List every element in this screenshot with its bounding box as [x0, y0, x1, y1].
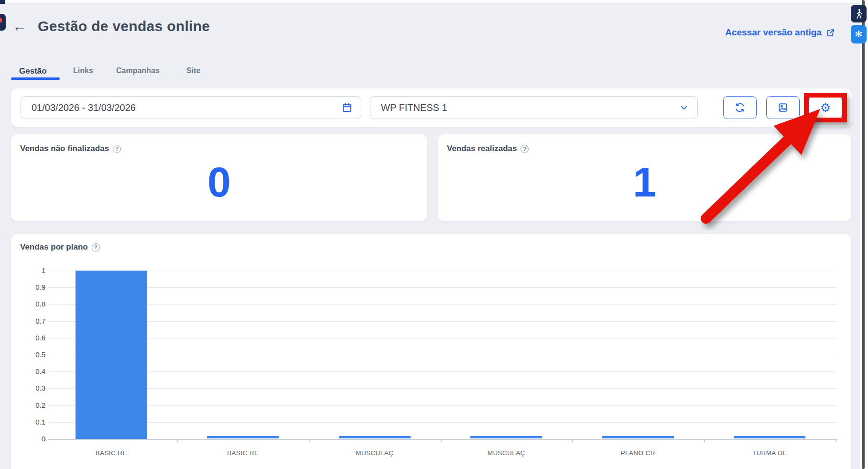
scrollbar-thumb[interactable]	[862, 0, 865, 469]
x-axis-category-label: BASIC RE	[177, 449, 309, 457]
side-drawer-tab[interactable]	[0, 14, 6, 31]
bar-turma-de	[734, 436, 805, 438]
x-axis-tick	[177, 439, 178, 442]
gridline	[48, 321, 837, 322]
back-button[interactable]: ←	[12, 19, 27, 33]
settings-button[interactable]: ⚙	[809, 96, 842, 119]
y-axis-tick-label: 0.8	[18, 300, 45, 308]
y-axis-tick-label: 0.5	[18, 350, 45, 359]
gridline	[48, 422, 837, 423]
x-axis-baseline	[48, 439, 837, 440]
external-link-icon	[826, 28, 835, 37]
y-axis-tick-label: 0.2	[18, 401, 45, 409]
refresh-icon	[735, 102, 745, 113]
gear-icon: ⚙	[820, 102, 831, 114]
bar-basic-re	[207, 436, 279, 438]
corner-chip	[0, 0, 5, 4]
help-icon[interactable]: ?	[521, 145, 529, 153]
legacy-version-link-label: Acessar versão antiga	[725, 27, 822, 38]
y-axis-tick-label: 0.4	[18, 367, 45, 375]
chevron-down-icon	[679, 103, 689, 112]
date-range-input[interactable]: 01/03/2026 - 31/03/2026	[21, 96, 361, 119]
y-axis-tick-label: 0.9	[18, 283, 45, 291]
x-axis-tick	[309, 439, 310, 442]
x-axis-tick	[45, 439, 46, 442]
bar-musculaç	[470, 436, 542, 438]
x-axis-category-label: MUSCULAÇ	[309, 449, 441, 457]
legacy-version-link[interactable]: Acessar versão antiga	[725, 27, 835, 38]
y-axis-tick-label: 0.3	[18, 384, 45, 392]
toolbar: 01/03/2026 - 31/03/2026 WP FITNESS 1	[11, 88, 852, 127]
x-axis-category-label: BASIC RE	[45, 449, 177, 457]
tab-campanhas[interactable]: Campanhas	[116, 66, 160, 75]
y-axis-tick-label: 0.6	[18, 334, 45, 342]
x-axis-tick	[835, 439, 836, 442]
gridline	[48, 271, 837, 271]
gridline	[48, 338, 837, 338]
bar-plano-cr	[602, 436, 674, 438]
gridline	[48, 304, 837, 305]
tab-site[interactable]: Site	[186, 66, 200, 75]
y-axis-tick-label: 0.7	[18, 317, 45, 325]
accessibility-widget-button[interactable]	[851, 5, 867, 22]
x-axis-category-label: PLANO CR	[572, 449, 704, 457]
unit-select-value: WP FITNESS 1	[370, 102, 679, 113]
bar-chart: 10.90.80.70.60.50.40.30.20.10BASIC REBAS…	[11, 234, 851, 469]
x-axis-category-label: TURMA DE	[704, 449, 835, 457]
gridline	[48, 355, 837, 355]
gridline	[48, 388, 837, 389]
x-axis-category-label: MUSCULAÇ	[440, 449, 572, 457]
stat-label: Vendas realizadas	[447, 144, 517, 153]
tab-gestao[interactable]: Gestão	[19, 66, 47, 76]
swirl-logo-icon: ✻	[855, 29, 863, 40]
calendar-icon	[342, 102, 352, 113]
image-button[interactable]	[766, 96, 800, 119]
bar-musculaç	[339, 436, 411, 438]
gridline	[48, 371, 837, 372]
x-axis-tick	[441, 439, 442, 442]
chat-widget-button[interactable]: ✻	[851, 25, 867, 44]
unit-select[interactable]: WP FITNESS 1	[370, 96, 698, 119]
tab-links[interactable]: Links	[73, 66, 93, 75]
stat-label: Vendas não finalizadas	[20, 144, 109, 153]
y-axis-tick-label: 0	[18, 435, 45, 443]
page-title: Gestão de vendas online	[38, 18, 210, 34]
y-axis-tick-label: 1	[18, 266, 45, 274]
gridline	[48, 287, 837, 288]
stat-value-completed: 1	[438, 161, 851, 203]
sales-management-page: ← Gestão de vendas online Acessar versão…	[0, 0, 868, 469]
help-icon[interactable]: ?	[113, 145, 121, 153]
date-range-value: 01/03/2026 - 31/03/2026	[21, 102, 342, 113]
gridline	[48, 405, 837, 406]
active-tab-underline	[11, 77, 60, 80]
bar-basic-re	[76, 271, 147, 439]
top-strip	[0, 0, 868, 4]
stat-card-unfinished-sales: Vendas não finalizadas ? 0	[11, 134, 427, 221]
stat-value-unfinished: 0	[11, 161, 427, 203]
refresh-button[interactable]	[723, 96, 757, 119]
walking-person-icon	[854, 9, 864, 19]
stat-card-completed-sales: Vendas realizadas ? 1	[438, 134, 851, 221]
image-icon	[778, 102, 788, 113]
sales-by-plan-card: Vendas por plano ? 10.90.80.70.60.50.40.…	[11, 234, 851, 469]
x-axis-tick	[572, 439, 573, 442]
drawer-tab-notch	[0, 18, 2, 22]
x-axis-tick	[704, 439, 705, 442]
y-axis-tick-label: 0.1	[18, 418, 45, 426]
